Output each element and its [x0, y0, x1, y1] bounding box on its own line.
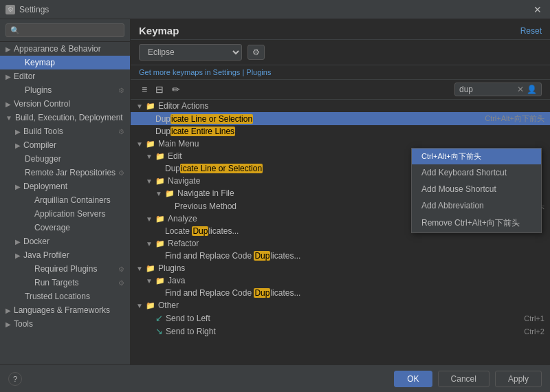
- tree-row-find-replace-dup2[interactable]: Find and Replace Code Duplicates...: [131, 287, 550, 299]
- tree-row-other[interactable]: ▼📁Other: [131, 299, 550, 312]
- sidebar-item-label: Version Control: [14, 99, 70, 109]
- sidebar-item-run-targets[interactable]: Run Targets⚙: [0, 276, 130, 290]
- sidebar-item-trusted-locations[interactable]: Trusted Locations: [0, 290, 130, 303]
- sidebar-item-build-execution[interactable]: ▼Build, Execution, Deployment: [0, 111, 130, 124]
- reset-link[interactable]: Reset: [520, 26, 542, 36]
- app-icon: ⚙: [6, 5, 15, 14]
- keymap-link-text: Get more keymaps in: [139, 68, 213, 76]
- sidebar-item-java-profiler[interactable]: ▶Java Profiler: [0, 248, 130, 262]
- remove-shortcut-item[interactable]: Remove Ctrl+Alt+向下前头: [412, 214, 541, 232]
- settings-link[interactable]: Settings: [213, 68, 241, 76]
- tree-folder-icon: 📁: [155, 276, 165, 285]
- add-keyboard-shortcut-item[interactable]: Add Keyboard Shortcut: [412, 164, 541, 181]
- sidebar-item-debugger[interactable]: Debugger: [0, 152, 130, 166]
- bottom-bar: ? OK Cancel Apply: [0, 364, 550, 392]
- sidebar-item-build-tools[interactable]: ▶Build Tools⚙: [0, 124, 130, 138]
- add-mouse-shortcut-item[interactable]: Add Mouse Shortcut: [412, 181, 541, 197]
- plugins-link[interactable]: Plugins: [246, 68, 271, 76]
- tree-label: Editor Actions: [158, 101, 544, 111]
- tree-arrow-icon: ▼: [136, 265, 143, 272]
- sidebar-item-settings-icon[interactable]: ⚙: [118, 128, 124, 135]
- help-button[interactable]: ?: [8, 372, 22, 386]
- tree-row-send-left[interactable]: ↙Send to LeftCtrl+1: [131, 312, 550, 325]
- apply-button[interactable]: Apply: [495, 371, 542, 387]
- toolbar-collapse-all-btn[interactable]: ⊟: [153, 83, 166, 96]
- keymap-selector-row: Eclipse Default macOS ⚙: [131, 40, 550, 65]
- arrow-icon: ▶: [6, 320, 11, 328]
- keymap-search-input[interactable]: [459, 85, 514, 94]
- sidebar-item-remote-jar[interactable]: Remote Jar Repositories⚙: [0, 166, 130, 179]
- tree-folder-icon: 📁: [146, 264, 155, 273]
- sidebar-item-label: Debugger: [25, 154, 61, 164]
- cancel-button[interactable]: Cancel: [438, 371, 490, 387]
- tree-row-dup-entire[interactable]: Dupicate Entire Lines: [131, 125, 550, 138]
- toolbar-edit-btn[interactable]: ✏: [169, 83, 183, 96]
- tree-label: Send to Left: [166, 314, 518, 323]
- close-button[interactable]: ✕: [531, 4, 544, 15]
- tree-arrow-icon: ▼: [146, 177, 153, 185]
- tree-action-icon: ↘: [155, 326, 163, 336]
- context-menu-header: Ctrl+Alt+向下前头: [412, 149, 541, 164]
- tree-label: Refactor: [168, 239, 544, 248]
- search-clear-btn[interactable]: ✕: [517, 85, 524, 94]
- sidebar-item-compiler[interactable]: ▶Compiler: [0, 138, 130, 152]
- tree-row-dup-line[interactable]: Dupicate Line or SelectionCtrl+Alt+向下前头: [131, 112, 550, 125]
- tree-label: Dupicate Line or Selection: [155, 114, 479, 124]
- dup-highlight: icate Line or Selection: [170, 114, 253, 124]
- dup-highlight: Dup: [254, 251, 270, 261]
- add-abbreviation-item[interactable]: Add Abbreviation: [412, 197, 541, 214]
- main-content: ▶Appearance & BehaviorKeymap▶EditorPlugi…: [0, 19, 550, 364]
- sidebar-item-settings-icon[interactable]: ⚙: [118, 87, 124, 94]
- tree-label: Send to Right: [166, 327, 518, 336]
- sidebar-item-appearance[interactable]: ▶Appearance & Behavior: [0, 42, 130, 56]
- toolbar-expand-all-btn[interactable]: ≡: [139, 83, 150, 96]
- sidebar-item-docker[interactable]: ▶Docker: [0, 235, 130, 248]
- sidebar-item-version-control[interactable]: ▶Version Control: [0, 97, 130, 111]
- window-title: Settings: [19, 5, 49, 14]
- sidebar-item-label: Build Tools: [23, 127, 63, 136]
- tree-arrow-icon: ▼: [146, 215, 153, 223]
- sidebar-item-label: Run Targets: [34, 278, 78, 287]
- tree-row-java[interactable]: ▼📁Java: [131, 274, 550, 287]
- sidebar-item-required-plugins[interactable]: Required Plugins⚙: [0, 262, 130, 276]
- sidebar-search-input[interactable]: [6, 23, 124, 37]
- sidebar-item-settings-icon[interactable]: ⚙: [118, 169, 124, 177]
- sidebar-item-tools[interactable]: ▶Tools: [0, 317, 130, 331]
- sidebar-search-area: [0, 19, 130, 42]
- keymap-select[interactable]: Eclipse Default macOS: [139, 44, 242, 61]
- tree-arrow-icon: ▼: [136, 302, 143, 309]
- dup-highlight: Dup: [192, 226, 208, 236]
- arrow-icon: ▶: [15, 238, 21, 246]
- tree-folder-icon: 📁: [155, 215, 165, 224]
- ok-button[interactable]: OK: [394, 371, 432, 387]
- tree-folder-icon: 📁: [146, 102, 155, 111]
- sidebar-item-settings-icon[interactable]: ⚙: [118, 279, 124, 287]
- keymap-gear-button[interactable]: ⚙: [248, 45, 265, 60]
- tree-folder-icon: 📁: [146, 140, 155, 149]
- sidebar-item-coverage[interactable]: Coverage: [0, 221, 130, 235]
- sidebar-item-label: Keymap: [25, 58, 55, 67]
- sidebar-item-label: Deployment: [23, 182, 67, 191]
- sidebar-item-settings-icon[interactable]: ⚙: [118, 265, 124, 273]
- sidebar-item-label: Trusted Locations: [25, 292, 90, 301]
- tree-label: Find and Replace Code Duplicates...: [165, 251, 544, 261]
- sidebar-item-label: Docker: [23, 237, 50, 246]
- sidebar-item-editor[interactable]: ▶Editor: [0, 69, 130, 83]
- sidebar-item-languages-frameworks[interactable]: ▶Languages & Frameworks: [0, 303, 130, 317]
- arrow-icon: ▶: [6, 100, 11, 108]
- sidebar-item-deployment[interactable]: ▶Deployment: [0, 179, 130, 193]
- search-icon: 👤: [527, 85, 537, 94]
- sidebar-item-app-servers[interactable]: Application Servers: [0, 207, 130, 221]
- sidebar-item-arquillian[interactable]: Arquillian Containers: [0, 193, 130, 207]
- tree-row-editor-actions[interactable]: ▼📁Editor Actions: [131, 100, 550, 112]
- tree-action-icon: ↙: [155, 313, 163, 323]
- tree-label: Dupicate Entire Lines: [155, 127, 544, 136]
- tree-row-find-replace-dup[interactable]: Find and Replace Code Duplicates...: [131, 250, 550, 262]
- tree-row-send-right[interactable]: ↘Send to RightCtrl+2: [131, 325, 550, 338]
- sidebar-item-label: Languages & Frameworks: [14, 305, 110, 315]
- sidebar-item-plugins[interactable]: Plugins⚙: [0, 83, 130, 97]
- tree-row-plugins[interactable]: ▼📁Plugins: [131, 262, 550, 274]
- sidebar-item-keymap[interactable]: Keymap: [0, 56, 130, 69]
- tree-arrow-icon: ▼: [146, 153, 153, 160]
- tree-row-refactor[interactable]: ▼📁Refactor: [131, 237, 550, 250]
